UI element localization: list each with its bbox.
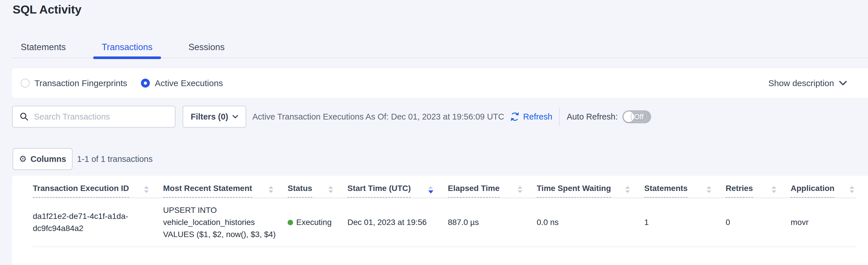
refresh-button[interactable]: Refresh: [510, 112, 553, 122]
table-controls-row: Filters (0) Active Transaction Execution…: [12, 106, 868, 128]
tab-statements-label: Statements: [21, 42, 66, 52]
as-of-timestamp: Active Transaction Executions As Of: Dec…: [252, 112, 504, 122]
status-dot-icon: [288, 220, 293, 225]
header-application: Application: [790, 176, 857, 197]
status-badge: Executing: [296, 216, 332, 229]
cell-time-spent-waiting: 0.0 ns: [537, 198, 644, 246]
cell-transaction-execution-id: da1f21e2-de71-4c1f-a1da-dc9fc94a84a2: [33, 198, 163, 246]
search-input[interactable]: [34, 112, 169, 122]
header-start-time: Start Time (UTC): [347, 176, 448, 197]
page-title: SQL Activity: [13, 3, 82, 17]
retries-value: 0: [725, 216, 730, 229]
sort-arrows-icon[interactable]: [518, 186, 522, 193]
sort-arrows-icon[interactable]: [772, 186, 776, 193]
refresh-icon: [510, 112, 520, 122]
cell-retries: 0: [725, 198, 790, 246]
header-most-recent-statement: Most Recent Statement: [163, 176, 288, 197]
view-mode-radio-group: Transaction Fingerprints Active Executio…: [21, 78, 223, 88]
table-row[interactable]: da1f21e2-de71-4c1f-a1da-dc9fc94a84a2 UPS…: [33, 198, 857, 247]
tab-statements[interactable]: Statements: [12, 37, 74, 58]
cell-statements: 1: [644, 198, 725, 246]
cell-most-recent-statement: UPSERT INTO vehicle_location_histories V…: [163, 198, 288, 246]
header-label[interactable]: Start Time (UTC): [347, 184, 411, 197]
auto-refresh-label: Auto Refresh:: [566, 112, 618, 122]
columns-button-label: Columns: [30, 154, 66, 164]
tab-transactions[interactable]: Transactions: [93, 37, 161, 58]
vertical-divider: [559, 107, 560, 126]
radio-active-executions[interactable]: Active Executions: [141, 78, 223, 88]
cell-elapsed-time: 887.0 µs: [448, 198, 537, 246]
show-description-label: Show description: [769, 78, 834, 88]
header-time-spent-waiting: Time Spent Waiting: [537, 176, 644, 197]
filters-button[interactable]: Filters (0): [183, 106, 246, 128]
radio-transaction-fingerprints[interactable]: Transaction Fingerprints: [21, 78, 127, 88]
table-header-row: Transaction Execution ID Most Recent Sta…: [33, 176, 857, 198]
filters-button-label: Filters (0): [191, 112, 228, 122]
header-label[interactable]: Retries: [725, 184, 753, 197]
transactions-table-panel: Transaction Execution ID Most Recent Sta…: [12, 176, 868, 265]
sort-arrows-icon[interactable]: [625, 186, 630, 193]
start-time-value: Dec 01, 2023 at 19:56: [347, 216, 427, 229]
chevron-down-icon: [839, 81, 847, 85]
auto-refresh-toggle[interactable]: Off: [622, 110, 651, 123]
radio-label: Active Executions: [155, 78, 223, 88]
search-box[interactable]: [12, 106, 176, 128]
sort-arrows-icon[interactable]: [428, 186, 433, 193]
cell-start-time: Dec 01, 2023 at 19:56: [347, 198, 448, 246]
header-status: Status: [288, 176, 347, 197]
show-description-toggle[interactable]: Show description: [769, 78, 847, 88]
cell-application: movr: [790, 198, 857, 246]
sort-arrows-icon[interactable]: [849, 186, 854, 193]
tab-bar: Statements Transactions Sessions: [12, 37, 868, 58]
radio-circle-icon[interactable]: [141, 79, 150, 87]
tab-sessions[interactable]: Sessions: [180, 37, 233, 58]
header-transaction-execution-id: Transaction Execution ID: [33, 176, 163, 197]
application-value: movr: [790, 216, 808, 229]
view-options-panel: Transaction Fingerprints Active Executio…: [12, 68, 868, 98]
toggle-state-label: Off: [631, 112, 647, 122]
search-icon: [20, 112, 29, 121]
header-label[interactable]: Application: [790, 184, 834, 197]
sql-activity-page: SQL Activity Statements Transactions Ses…: [0, 0, 868, 265]
radio-label: Transaction Fingerprints: [34, 78, 127, 88]
header-label[interactable]: Elapsed Time: [448, 184, 500, 197]
sort-arrows-icon[interactable]: [329, 186, 333, 193]
header-label[interactable]: Transaction Execution ID: [33, 184, 129, 197]
header-label[interactable]: Status: [288, 184, 312, 197]
sort-arrows-icon[interactable]: [144, 186, 149, 193]
tab-sessions-label: Sessions: [188, 42, 225, 52]
refresh-label: Refresh: [523, 112, 553, 122]
header-label[interactable]: Statements: [644, 184, 688, 197]
radio-circle-icon[interactable]: [21, 79, 30, 87]
statements-count-value: 1: [644, 216, 649, 229]
header-label[interactable]: Time Spent Waiting: [537, 184, 611, 197]
statement-text: UPSERT INTO vehicle_location_histories V…: [163, 204, 285, 240]
header-statements: Statements: [644, 176, 725, 197]
sort-arrows-icon[interactable]: [707, 186, 711, 193]
gear-icon: ⚙: [19, 155, 27, 163]
chevron-down-icon: [232, 115, 238, 119]
results-count: 1-1 of 1 transactions: [77, 154, 153, 164]
columns-row: ⚙ Columns 1-1 of 1 transactions: [13, 148, 868, 170]
header-elapsed-time: Elapsed Time: [448, 176, 537, 197]
columns-button[interactable]: ⚙ Columns: [13, 148, 72, 170]
header-label[interactable]: Most Recent Statement: [163, 184, 252, 197]
tab-transactions-label: Transactions: [102, 42, 152, 52]
cell-status: Executing: [288, 198, 347, 246]
header-retries: Retries: [725, 176, 790, 197]
transaction-execution-id-link[interactable]: da1f21e2-de71-4c1f-a1da-dc9fc94a84a2: [33, 210, 136, 235]
sort-arrows-icon[interactable]: [269, 186, 273, 193]
elapsed-time-value: 887.0 µs: [448, 216, 479, 229]
time-spent-waiting-value: 0.0 ns: [537, 216, 559, 229]
